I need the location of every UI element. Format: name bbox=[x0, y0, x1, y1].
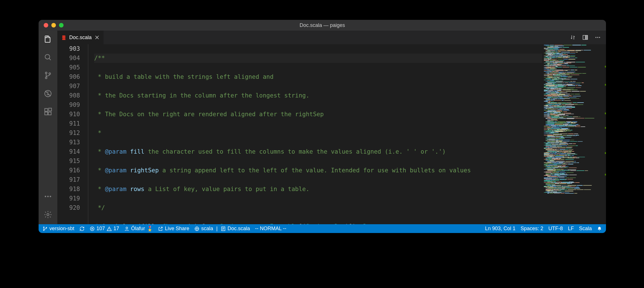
code-line: = bbox=[374, 222, 381, 224]
svg-point-11 bbox=[50, 196, 51, 197]
explorer-icon[interactable] bbox=[43, 35, 52, 44]
svg-point-9 bbox=[45, 196, 46, 197]
search-icon[interactable] bbox=[43, 53, 52, 62]
editor-window: Doc.scala — paiges bbox=[39, 20, 606, 233]
status-language-mode[interactable]: Scala bbox=[579, 226, 592, 232]
svg-rect-8 bbox=[49, 108, 52, 111]
vim-mode-label: -- NORMAL -- bbox=[255, 226, 286, 232]
type: Char bbox=[162, 222, 177, 224]
svg-point-16 bbox=[597, 37, 598, 38]
editor-group: Doc.scala bbox=[57, 31, 606, 224]
code-line: a string append left to the left of the … bbox=[159, 166, 471, 175]
tab-doc-scala[interactable]: Doc.scala bbox=[57, 31, 104, 44]
minimap[interactable] bbox=[542, 44, 606, 224]
zoom-window-button[interactable] bbox=[59, 23, 64, 27]
status-problems[interactable]: 107 17 bbox=[90, 226, 119, 232]
file-server-label: Doc.scala bbox=[228, 226, 250, 232]
status-cursor-position[interactable]: Ln 903, Col 1 bbox=[485, 226, 515, 232]
doctag: @param bbox=[105, 185, 127, 194]
debug-icon[interactable] bbox=[43, 89, 52, 98]
status-branch[interactable]: version-sbt bbox=[43, 226, 74, 232]
medal-icon: 🎖️ bbox=[147, 226, 153, 232]
code-line: * The Docs on the right are rendered ali… bbox=[94, 110, 324, 119]
svg-point-20 bbox=[46, 227, 47, 228]
code-area[interactable]: /** * build a table with the strings lef… bbox=[94, 44, 542, 224]
code-line: (fill: bbox=[137, 222, 163, 224]
code-line: [( bbox=[299, 222, 306, 224]
line-number-gutter: 903 904 905 906 907 908 909 910 911 912 … bbox=[57, 44, 88, 224]
more-icon[interactable] bbox=[43, 192, 52, 201]
editor-wrap: 903 904 905 906 907 908 909 910 911 912 … bbox=[57, 44, 606, 224]
svg-point-12 bbox=[47, 213, 49, 216]
svg-point-1 bbox=[45, 72, 47, 74]
svg-point-2 bbox=[45, 77, 47, 79]
compare-changes-icon[interactable] bbox=[570, 34, 576, 41]
spaces-label: Spaces: 2 bbox=[521, 226, 543, 232]
status-liveshare[interactable]: Live Share bbox=[158, 226, 189, 232]
branch-label: version-sbt bbox=[49, 226, 74, 232]
svg-rect-6 bbox=[45, 112, 48, 115]
svg-point-10 bbox=[47, 196, 49, 197]
status-notifications[interactable] bbox=[597, 226, 602, 231]
more-actions-icon[interactable] bbox=[595, 34, 601, 41]
type: String bbox=[220, 222, 241, 224]
svg-rect-5 bbox=[45, 109, 48, 111]
manage-gear-icon[interactable] bbox=[43, 210, 52, 219]
code-line: , rows: bbox=[241, 222, 270, 224]
fold-ruler bbox=[88, 44, 94, 224]
status-encoding[interactable]: UTF-8 bbox=[548, 226, 563, 232]
warning-count: 17 bbox=[113, 226, 119, 232]
scala-file-icon bbox=[61, 35, 66, 40]
keyword: def bbox=[94, 222, 109, 224]
status-liveshare-user[interactable]: Ólafur 🎖️ bbox=[124, 226, 153, 232]
doctag: @param bbox=[105, 147, 127, 156]
code-line: * bbox=[94, 166, 105, 175]
code-line: * build a table with the strings left al… bbox=[94, 72, 273, 82]
doc-param: rightSep bbox=[127, 166, 159, 175]
traffic-lights bbox=[39, 23, 64, 27]
function-name: tabulate bbox=[109, 222, 137, 224]
code-line: * bbox=[94, 185, 105, 194]
separator: | bbox=[215, 226, 219, 232]
status-sync[interactable] bbox=[79, 226, 85, 231]
status-indent[interactable]: Spaces: 2 bbox=[521, 226, 543, 232]
code-line: */ bbox=[94, 203, 105, 213]
titlebar: Doc.scala — paiges bbox=[39, 20, 606, 31]
code-line: a List of key, value pairs to put in a t… bbox=[144, 185, 310, 194]
svg-rect-14 bbox=[586, 36, 587, 39]
svg-point-17 bbox=[599, 37, 600, 38]
close-tab-icon[interactable] bbox=[94, 35, 100, 40]
close-window-button[interactable] bbox=[44, 23, 48, 27]
status-vim-mode: -- NORMAL -- bbox=[255, 226, 286, 232]
liveshare-label: Live Share bbox=[165, 226, 189, 232]
code-line: * bbox=[94, 128, 101, 138]
split-editor-icon[interactable] bbox=[582, 34, 588, 41]
svg-point-15 bbox=[595, 37, 597, 38]
code-line: , bbox=[327, 222, 334, 224]
svg-point-0 bbox=[45, 54, 50, 59]
status-language-server[interactable]: scala | Doc.scala bbox=[194, 226, 250, 232]
code-line: )]): bbox=[345, 222, 363, 224]
doc-param: rows bbox=[127, 185, 144, 194]
minimize-window-button[interactable] bbox=[51, 23, 56, 27]
window-body: Doc.scala bbox=[39, 31, 606, 224]
svg-rect-7 bbox=[48, 112, 51, 115]
activitybar bbox=[39, 31, 57, 224]
svg-point-3 bbox=[49, 73, 50, 75]
extensions-icon[interactable] bbox=[43, 107, 52, 116]
source-control-icon[interactable] bbox=[43, 71, 52, 80]
code-editor[interactable]: 903 904 905 906 907 908 909 910 911 912 … bbox=[57, 44, 542, 224]
type: Iterable bbox=[270, 222, 299, 224]
code-line: , rightSep: bbox=[177, 222, 220, 224]
tabs-row: Doc.scala bbox=[57, 31, 606, 44]
type: Doc bbox=[363, 222, 374, 224]
svg-point-18 bbox=[43, 227, 44, 228]
position-label: Ln 903, Col 1 bbox=[485, 226, 515, 232]
tab-label: Doc.scala bbox=[69, 35, 92, 41]
encoding-label: UTF-8 bbox=[548, 226, 563, 232]
error-count: 107 bbox=[96, 226, 105, 232]
status-bar: version-sbt 107 17 Ólafur 🎖️ Live Share … bbox=[39, 224, 606, 233]
code-line: /** bbox=[94, 54, 105, 63]
status-eol[interactable]: LF bbox=[568, 226, 574, 232]
code-line: the character used to fill the columns t… bbox=[144, 147, 446, 156]
